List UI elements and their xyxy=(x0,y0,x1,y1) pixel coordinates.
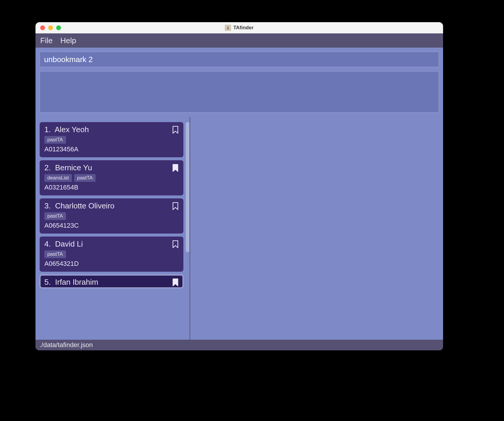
person-list: 1. Alex Yeoh pastTA A0123456A 2. Bernice… xyxy=(40,122,183,340)
tag: pastTA xyxy=(74,174,96,182)
panel-divider[interactable] xyxy=(189,117,190,340)
result-display xyxy=(40,71,439,113)
person-name: 2. Bernice Yu xyxy=(44,163,92,172)
person-name: 1. Alex Yeoh xyxy=(44,125,89,134)
person-id: A0654321D xyxy=(44,260,179,268)
bookmark-icon xyxy=(172,164,179,172)
statusbar: ./data/tafinder.json xyxy=(35,340,443,350)
content-area: 1. Alex Yeoh pastTA A0123456A 2. Bernice… xyxy=(35,48,443,340)
traffic-lights xyxy=(40,25,61,30)
person-name: 3. Charlotte Oliveiro xyxy=(44,201,114,210)
tag: pastTA xyxy=(44,212,66,220)
scrollbar[interactable] xyxy=(183,122,189,340)
person-card[interactable]: 4. David Li pastTA A0654321D xyxy=(40,237,183,272)
tags-row: pastTA xyxy=(44,212,179,220)
person-card[interactable]: 1. Alex Yeoh pastTA A0123456A xyxy=(40,122,183,157)
command-input[interactable] xyxy=(40,52,439,67)
tags-row: pastTA xyxy=(44,136,179,144)
titlebar: TAfinder xyxy=(35,22,443,33)
person-id: A0321654B xyxy=(44,184,179,191)
scrollbar-thumb[interactable] xyxy=(186,122,189,252)
tag: pastTA xyxy=(44,250,66,258)
person-header: 2. Bernice Yu xyxy=(44,163,179,172)
person-card[interactable]: 2. Bernice Yu deansListpastTA A0321654B xyxy=(40,160,183,195)
person-name: 5. Irfan Ibrahim xyxy=(44,278,98,287)
app-icon xyxy=(225,25,231,31)
bookmark-icon xyxy=(172,278,179,286)
status-path: ./data/tafinder.json xyxy=(40,341,93,349)
menu-help[interactable]: Help xyxy=(60,36,76,45)
bookmark-icon xyxy=(172,126,179,134)
person-card[interactable]: 5. Irfan Ibrahim xyxy=(40,275,183,288)
menu-file[interactable]: File xyxy=(40,36,53,45)
minimize-button[interactable] xyxy=(48,25,53,30)
detail-panel xyxy=(190,117,443,340)
person-header: 3. Charlotte Oliveiro xyxy=(44,201,179,210)
person-card[interactable]: 3. Charlotte Oliveiro pastTA A0654123C xyxy=(40,198,183,234)
person-name: 4. David Li xyxy=(44,239,83,249)
tags-row: deansListpastTA xyxy=(44,174,179,182)
tags-row: pastTA xyxy=(44,250,179,258)
tag: deansList xyxy=(44,174,72,182)
close-button[interactable] xyxy=(40,25,45,30)
menubar: File Help xyxy=(35,33,443,48)
bookmark-icon xyxy=(172,202,179,210)
person-header: 5. Irfan Ibrahim xyxy=(44,278,179,287)
tag: pastTA xyxy=(44,136,66,144)
svg-point-0 xyxy=(227,27,229,28)
person-id: A0123456A xyxy=(44,145,179,153)
split-panel: 1. Alex Yeoh pastTA A0123456A 2. Bernice… xyxy=(35,117,443,340)
person-list-panel: 1. Alex Yeoh pastTA A0123456A 2. Bernice… xyxy=(35,117,189,340)
window-title-text: TAfinder xyxy=(233,25,254,31)
app-window: TAfinder File Help 1. Alex Yeoh pastTA A… xyxy=(35,22,443,350)
window-title: TAfinder xyxy=(225,25,254,31)
person-id: A0654123C xyxy=(44,222,179,229)
person-header: 1. Alex Yeoh xyxy=(44,125,179,134)
person-header: 4. David Li xyxy=(44,239,179,249)
bookmark-icon xyxy=(172,240,179,248)
maximize-button[interactable] xyxy=(56,25,61,30)
